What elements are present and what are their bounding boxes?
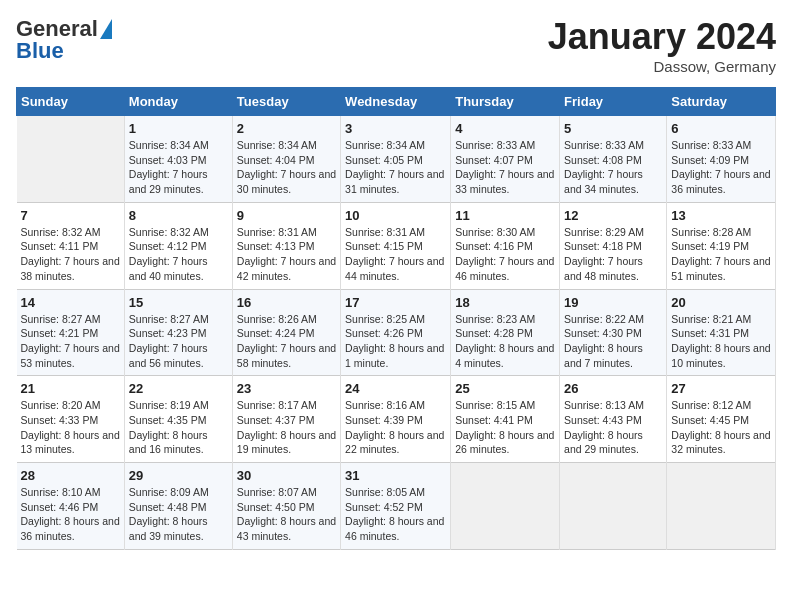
logo-text-blue: Blue (16, 38, 64, 64)
calendar-table: SundayMondayTuesdayWednesdayThursdayFrid… (16, 87, 776, 550)
calendar-cell (560, 463, 667, 550)
weekday-header-friday: Friday (560, 88, 667, 116)
calendar-cell: 5Sunrise: 8:33 AMSunset: 4:08 PMDaylight… (560, 116, 667, 203)
calendar-cell: 17Sunrise: 8:25 AMSunset: 4:26 PMDayligh… (341, 289, 451, 376)
day-info: Sunrise: 8:15 AMSunset: 4:41 PMDaylight:… (455, 398, 555, 457)
day-info: Sunrise: 8:09 AMSunset: 4:48 PMDaylight:… (129, 485, 228, 544)
day-info: Sunrise: 8:34 AMSunset: 4:05 PMDaylight:… (345, 138, 446, 197)
day-number: 18 (455, 295, 555, 310)
weekday-header-monday: Monday (124, 88, 232, 116)
day-info: Sunrise: 8:31 AMSunset: 4:15 PMDaylight:… (345, 225, 446, 284)
day-number: 17 (345, 295, 446, 310)
day-info: Sunrise: 8:12 AMSunset: 4:45 PMDaylight:… (671, 398, 771, 457)
calendar-cell: 26Sunrise: 8:13 AMSunset: 4:43 PMDayligh… (560, 376, 667, 463)
day-number: 8 (129, 208, 228, 223)
day-info: Sunrise: 8:33 AMSunset: 4:09 PMDaylight:… (671, 138, 771, 197)
day-number: 29 (129, 468, 228, 483)
calendar-week-row: 1Sunrise: 8:34 AMSunset: 4:03 PMDaylight… (17, 116, 776, 203)
calendar-week-row: 7Sunrise: 8:32 AMSunset: 4:11 PMDaylight… (17, 202, 776, 289)
weekday-header-sunday: Sunday (17, 88, 125, 116)
day-info: Sunrise: 8:27 AMSunset: 4:21 PMDaylight:… (21, 312, 120, 371)
day-info: Sunrise: 8:29 AMSunset: 4:18 PMDaylight:… (564, 225, 662, 284)
day-number: 24 (345, 381, 446, 396)
day-info: Sunrise: 8:22 AMSunset: 4:30 PMDaylight:… (564, 312, 662, 371)
day-info: Sunrise: 8:23 AMSunset: 4:28 PMDaylight:… (455, 312, 555, 371)
day-number: 3 (345, 121, 446, 136)
calendar-cell: 10Sunrise: 8:31 AMSunset: 4:15 PMDayligh… (341, 202, 451, 289)
calendar-cell: 14Sunrise: 8:27 AMSunset: 4:21 PMDayligh… (17, 289, 125, 376)
calendar-cell: 3Sunrise: 8:34 AMSunset: 4:05 PMDaylight… (341, 116, 451, 203)
day-number: 28 (21, 468, 120, 483)
location-label: Dassow, Germany (548, 58, 776, 75)
day-info: Sunrise: 8:33 AMSunset: 4:08 PMDaylight:… (564, 138, 662, 197)
calendar-cell: 29Sunrise: 8:09 AMSunset: 4:48 PMDayligh… (124, 463, 232, 550)
day-number: 13 (671, 208, 771, 223)
day-info: Sunrise: 8:34 AMSunset: 4:03 PMDaylight:… (129, 138, 228, 197)
day-info: Sunrise: 8:33 AMSunset: 4:07 PMDaylight:… (455, 138, 555, 197)
weekday-header-tuesday: Tuesday (232, 88, 340, 116)
calendar-cell: 6Sunrise: 8:33 AMSunset: 4:09 PMDaylight… (667, 116, 776, 203)
day-number: 12 (564, 208, 662, 223)
day-info: Sunrise: 8:07 AMSunset: 4:50 PMDaylight:… (237, 485, 336, 544)
day-number: 9 (237, 208, 336, 223)
calendar-cell: 9Sunrise: 8:31 AMSunset: 4:13 PMDaylight… (232, 202, 340, 289)
title-area: January 2024 Dassow, Germany (548, 16, 776, 75)
calendar-cell: 24Sunrise: 8:16 AMSunset: 4:39 PMDayligh… (341, 376, 451, 463)
day-info: Sunrise: 8:32 AMSunset: 4:11 PMDaylight:… (21, 225, 120, 284)
calendar-cell: 2Sunrise: 8:34 AMSunset: 4:04 PMDaylight… (232, 116, 340, 203)
day-number: 14 (21, 295, 120, 310)
calendar-cell: 13Sunrise: 8:28 AMSunset: 4:19 PMDayligh… (667, 202, 776, 289)
day-number: 2 (237, 121, 336, 136)
day-info: Sunrise: 8:28 AMSunset: 4:19 PMDaylight:… (671, 225, 771, 284)
calendar-header-row: SundayMondayTuesdayWednesdayThursdayFrid… (17, 88, 776, 116)
month-title: January 2024 (548, 16, 776, 58)
logo-triangle-icon (100, 19, 112, 39)
day-number: 27 (671, 381, 771, 396)
calendar-cell: 11Sunrise: 8:30 AMSunset: 4:16 PMDayligh… (451, 202, 560, 289)
calendar-cell: 19Sunrise: 8:22 AMSunset: 4:30 PMDayligh… (560, 289, 667, 376)
day-number: 11 (455, 208, 555, 223)
day-info: Sunrise: 8:17 AMSunset: 4:37 PMDaylight:… (237, 398, 336, 457)
day-info: Sunrise: 8:34 AMSunset: 4:04 PMDaylight:… (237, 138, 336, 197)
calendar-cell: 31Sunrise: 8:05 AMSunset: 4:52 PMDayligh… (341, 463, 451, 550)
calendar-cell (451, 463, 560, 550)
calendar-cell: 30Sunrise: 8:07 AMSunset: 4:50 PMDayligh… (232, 463, 340, 550)
calendar-cell: 15Sunrise: 8:27 AMSunset: 4:23 PMDayligh… (124, 289, 232, 376)
day-info: Sunrise: 8:30 AMSunset: 4:16 PMDaylight:… (455, 225, 555, 284)
day-number: 7 (21, 208, 120, 223)
day-info: Sunrise: 8:26 AMSunset: 4:24 PMDaylight:… (237, 312, 336, 371)
calendar-cell: 1Sunrise: 8:34 AMSunset: 4:03 PMDaylight… (124, 116, 232, 203)
calendar-cell (667, 463, 776, 550)
day-number: 4 (455, 121, 555, 136)
day-number: 21 (21, 381, 120, 396)
day-number: 1 (129, 121, 228, 136)
day-info: Sunrise: 8:21 AMSunset: 4:31 PMDaylight:… (671, 312, 771, 371)
calendar-cell: 7Sunrise: 8:32 AMSunset: 4:11 PMDaylight… (17, 202, 125, 289)
day-number: 15 (129, 295, 228, 310)
calendar-cell: 27Sunrise: 8:12 AMSunset: 4:45 PMDayligh… (667, 376, 776, 463)
day-info: Sunrise: 8:10 AMSunset: 4:46 PMDaylight:… (21, 485, 120, 544)
weekday-header-saturday: Saturday (667, 88, 776, 116)
day-number: 23 (237, 381, 336, 396)
day-info: Sunrise: 8:31 AMSunset: 4:13 PMDaylight:… (237, 225, 336, 284)
day-number: 30 (237, 468, 336, 483)
day-number: 5 (564, 121, 662, 136)
day-number: 16 (237, 295, 336, 310)
calendar-cell: 28Sunrise: 8:10 AMSunset: 4:46 PMDayligh… (17, 463, 125, 550)
calendar-cell: 25Sunrise: 8:15 AMSunset: 4:41 PMDayligh… (451, 376, 560, 463)
day-number: 26 (564, 381, 662, 396)
day-number: 10 (345, 208, 446, 223)
day-info: Sunrise: 8:19 AMSunset: 4:35 PMDaylight:… (129, 398, 228, 457)
calendar-cell: 4Sunrise: 8:33 AMSunset: 4:07 PMDaylight… (451, 116, 560, 203)
calendar-cell (17, 116, 125, 203)
calendar-week-row: 28Sunrise: 8:10 AMSunset: 4:46 PMDayligh… (17, 463, 776, 550)
calendar-cell: 18Sunrise: 8:23 AMSunset: 4:28 PMDayligh… (451, 289, 560, 376)
calendar-cell: 8Sunrise: 8:32 AMSunset: 4:12 PMDaylight… (124, 202, 232, 289)
calendar-cell: 23Sunrise: 8:17 AMSunset: 4:37 PMDayligh… (232, 376, 340, 463)
calendar-week-row: 21Sunrise: 8:20 AMSunset: 4:33 PMDayligh… (17, 376, 776, 463)
weekday-header-thursday: Thursday (451, 88, 560, 116)
calendar-cell: 16Sunrise: 8:26 AMSunset: 4:24 PMDayligh… (232, 289, 340, 376)
day-number: 6 (671, 121, 771, 136)
day-number: 22 (129, 381, 228, 396)
calendar-cell: 12Sunrise: 8:29 AMSunset: 4:18 PMDayligh… (560, 202, 667, 289)
